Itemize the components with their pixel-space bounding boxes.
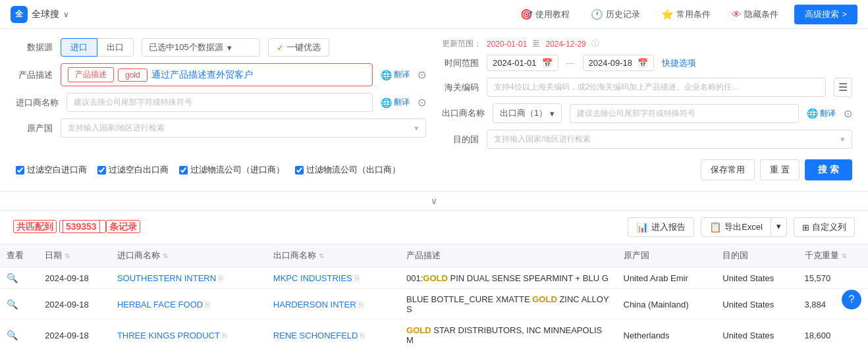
dest-country-cell: United States [716, 267, 798, 289]
importer-row: 进口商名称 建议去除公司尾部字符或特殊符号 🌐 翻译 ⊙ [16, 93, 426, 112]
history-button[interactable]: 🕐 历史记录 [585, 6, 645, 23]
custom-column-button[interactable]: ⊞ 自定义列 [794, 217, 855, 237]
origin-country-cell: United Arab Emir [617, 267, 717, 289]
origin-country-input[interactable]: 支持输入国家/地区进行检索 ▾ [61, 119, 426, 138]
destination-row: 目的国 支持输入国家/地区进行检索 ▾ [442, 130, 852, 149]
export-excel-group: 📋 导出Excel ▾ [701, 217, 787, 237]
exporter-link[interactable]: HARDERSON INTER [273, 300, 356, 309]
origin-country-cell: China (Mainland) [617, 289, 717, 320]
view-cell[interactable]: 🔍 [0, 320, 38, 350]
gold-highlight: GOLD [423, 273, 448, 283]
exporter-input[interactable]: 建议去除公司尾部字符或特殊符号 [570, 104, 799, 123]
customs-code-row: 海关编码 支持4位以上海关编码，或2位海关编码加上产品描述、企业名称的任... … [442, 78, 852, 97]
filter-checkbox-row: 过滤空白进口商 过滤空白出口商 过滤物流公司（进口商） 过滤物流公司（出口商） … [16, 155, 852, 184]
importer-label: 进口商名称 [16, 97, 59, 109]
date-end-input[interactable]: 2024-09-18 📅 [583, 55, 655, 71]
right-search-col: 更新范围： 2020-01-01 至 2024-12-29 ⓘ 时间范围 202… [442, 38, 852, 155]
exporter-label: 出口商名称 [442, 107, 485, 119]
copy-icon-2[interactable]: ⎘ [360, 331, 365, 340]
import-tab[interactable]: 进口 [61, 38, 97, 57]
date-cell: 2024-09-18 [38, 267, 111, 289]
importer-sort-icon[interactable]: ⇅ [163, 252, 168, 259]
list-icon[interactable]: ☰ [834, 78, 852, 97]
quick-select-button[interactable]: 快捷选项 [662, 57, 696, 69]
datasource-select[interactable]: 已选中105个数据源 ▾ [142, 38, 260, 57]
col-date[interactable]: 日期⇅ [38, 244, 111, 267]
copy-icon[interactable]: ⎘ [223, 331, 227, 340]
importer-link[interactable]: HERBAL FACE FOOD [117, 300, 203, 309]
search-icon[interactable]: 🔍 [7, 299, 18, 309]
excel-icon: 📋 [709, 221, 722, 233]
common-conditions-button[interactable]: ⭐ 常用条件 [656, 6, 716, 23]
exporter-sort-icon[interactable]: ⇅ [319, 252, 324, 259]
copy-icon-2[interactable]: ⎘ [355, 274, 360, 283]
datasource-row: 数据源 进口 出口 已选中105个数据源 ▾ ✓ 一键优选 [16, 38, 426, 57]
exporter-cell: RENE SCHONEFELD⎘ [267, 320, 400, 350]
export-excel-button[interactable]: 📋 导出Excel [701, 217, 771, 237]
enter-report-button[interactable]: 📊 进入报告 [628, 217, 694, 237]
gold-tab[interactable]: gold [118, 68, 148, 82]
scan-icon-2[interactable]: ⊙ [418, 96, 426, 109]
importer-cell: THREE KINGS PRODUCT⎘ [111, 320, 267, 350]
exporter-dropdown-icon: ▾ [550, 109, 555, 119]
date-start-input[interactable]: 2024-01-01 📅 [487, 55, 558, 71]
search-icon[interactable]: 🔍 [7, 273, 18, 283]
search-icon[interactable]: 🔍 [7, 330, 18, 340]
destination-dropdown-icon: ▾ [840, 134, 845, 144]
exporter-link[interactable]: RENE SCHONEFELD [273, 331, 358, 340]
custom-col-icon: ⊞ [802, 223, 809, 232]
save-common-button[interactable]: 保存常用 [701, 159, 755, 180]
export-dropdown-button[interactable]: ▾ [771, 217, 787, 237]
copy-icon[interactable]: ⎘ [219, 274, 223, 283]
exporter-translate-button[interactable]: 🌐 翻译 [807, 108, 836, 119]
scan-icon[interactable]: ⊙ [418, 68, 426, 81]
weight-sort-icon[interactable]: ⇅ [842, 252, 847, 259]
exporter-placeholder: 建议去除公司尾部字符或特殊符号 [577, 108, 695, 119]
customs-code-label: 海关编码 [442, 82, 479, 94]
advanced-search-button[interactable]: 高级搜索 > [794, 5, 857, 24]
calendar-icon-2: 📅 [637, 58, 648, 68]
filter-logistics-importer-checkbox[interactable]: 过滤物流公司（进口商） [179, 164, 285, 176]
translate-icon-2: 🌐 [381, 97, 392, 108]
view-cell[interactable]: 🔍 [0, 289, 38, 320]
results-section: 共匹配到 539353 条记录 📊 进入报告 📋 导出Excel ▾ ⊞ 自定义… [0, 211, 868, 349]
destination-input[interactable]: 支持输入国家/地区进行检索 ▾ [487, 130, 852, 149]
one-click-button[interactable]: ✓ 一键优选 [268, 38, 329, 57]
time-range-row: 时间范围 2024-01-01 📅 — 2024-09-18 📅 快捷选项 [442, 55, 852, 71]
importer-link[interactable]: SOUTHESTERN INTERN [117, 273, 216, 283]
exporter-link[interactable]: MKPC INDUSTRIES [273, 273, 352, 283]
exporter-type-select[interactable]: 出口商（1） ▾ [493, 103, 562, 123]
col-kg-weight[interactable]: 千克重量⇅ [798, 244, 868, 267]
importer-input[interactable]: 建议去除公司尾部字符或特殊符号 [67, 93, 373, 112]
importer-link[interactable]: THREE KINGS PRODUCT [117, 331, 220, 340]
report-icon: 📊 [636, 221, 649, 233]
view-cell[interactable]: 🔍 [0, 267, 38, 289]
date-sort-icon[interactable]: ⇅ [65, 252, 70, 259]
translate-button[interactable]: 🌐 翻译 [381, 69, 410, 80]
importer-translate-button[interactable]: 🌐 翻译 [381, 97, 410, 108]
col-importer[interactable]: 进口商名称⇅ [111, 244, 267, 267]
product-search-box[interactable]: 产品描述 gold 通过产品描述查外贸客户 [61, 63, 373, 86]
filter-empty-importer-checkbox[interactable]: 过滤空白进口商 [16, 164, 87, 176]
col-exporter[interactable]: 出口商名称⇅ [267, 244, 400, 267]
copy-icon-2[interactable]: ⎘ [359, 300, 364, 309]
customs-code-input[interactable]: 支持4位以上海关编码，或2位海关编码加上产品描述、企业名称的任... [487, 78, 826, 97]
chevron-down-icon[interactable]: ∨ [63, 10, 69, 19]
help-float-button[interactable]: ? [842, 290, 861, 309]
scan-icon-3[interactable]: ⊙ [844, 107, 852, 120]
top-nav-left: 全 全球搜 ∨ [11, 6, 515, 23]
filter-logistics-exporter-checkbox[interactable]: 过滤物流公司（出口商） [295, 164, 400, 176]
origin-country-cell: Netherlands [617, 320, 717, 350]
hide-conditions-button[interactable]: 👁 隐藏条件 [726, 6, 784, 23]
translate-icon: 🌐 [381, 70, 392, 80]
reset-button[interactable]: 重 置 [760, 159, 800, 180]
copy-icon[interactable]: ⎘ [205, 300, 210, 309]
filter-empty-exporter-checkbox[interactable]: 过滤空白出口商 [97, 164, 169, 176]
tutorial-button[interactable]: 🎯 使用教程 [515, 6, 575, 23]
logo-icon: 全 [11, 6, 28, 23]
datasource-label: 数据源 [16, 41, 53, 53]
product-tab[interactable]: 产品描述 [68, 67, 114, 82]
collapse-toggle[interactable]: ∨ [0, 192, 868, 211]
search-button[interactable]: 搜 索 [805, 159, 852, 180]
export-tab[interactable]: 出口 [97, 38, 134, 57]
